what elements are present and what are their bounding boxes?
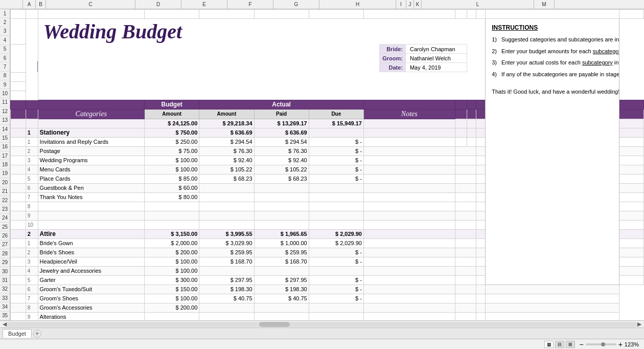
- cell-16ij: [455, 183, 476, 192]
- cell-20h: [363, 220, 455, 229]
- scroll-thumb[interactable]: [259, 322, 290, 327]
- col-header-c: C: [46, 0, 135, 9]
- instructions-title: INSTRUCTIONS: [492, 24, 613, 31]
- attire-due: $ 2,029.90: [309, 229, 363, 238]
- budget-header: Budget: [145, 100, 199, 109]
- cell-18m: [619, 202, 644, 211]
- budget-tab[interactable]: Budget: [3, 329, 32, 338]
- cell-1b: [26, 10, 38, 19]
- cell-2ij: [455, 19, 476, 45]
- cell-7a: [11, 100, 26, 109]
- cell-20a: [11, 220, 26, 229]
- attire-paid: $ 1,965.65: [254, 229, 309, 238]
- cell-19c: [38, 211, 144, 220]
- item-22-num: 1: [26, 238, 38, 248]
- cell-15h: [363, 174, 455, 183]
- horizontal-scrollbar[interactable]: ◀ ▶: [0, 320, 644, 328]
- cell-28m: [486, 294, 619, 303]
- cell-8j: [467, 109, 476, 119]
- item-13-actual: $ 92.40: [199, 156, 254, 165]
- cell-28ij: [455, 294, 476, 303]
- item-22-due: $ 2,029.90: [309, 238, 363, 248]
- cell-2h: [363, 19, 455, 45]
- stationery-paid: $ 636.69: [254, 128, 309, 137]
- item-24-name: Headpiece/Veil: [38, 257, 144, 266]
- cell-25ij: [455, 266, 476, 275]
- item-11-name: Invitations and Reply Cards: [38, 137, 144, 146]
- item-11-budget: $ 250.00: [145, 137, 199, 146]
- cell-8k: [476, 109, 486, 119]
- cell-8m: [619, 109, 644, 119]
- cell-1g: [309, 10, 363, 19]
- attire-label: Attire: [38, 229, 144, 238]
- normal-view-icon[interactable]: ▦: [544, 341, 554, 348]
- row-headers: 1 2 3 4 5 6 7 8 9 10 11 12 13 14 15 16 1…: [0, 9, 10, 320]
- cell-1d: [145, 10, 199, 19]
- zoom-in-button[interactable]: +: [618, 340, 623, 348]
- wedding-cake-icon: [28, 38, 38, 79]
- row-num-12: 12: [0, 107, 10, 116]
- scroll-left-arrow[interactable]: ◀: [3, 321, 7, 328]
- cell-30a: [11, 312, 26, 320]
- cell-11j: [467, 137, 476, 146]
- cell-24a: [11, 257, 26, 266]
- due-header: Due: [309, 109, 363, 119]
- cell-7b: [26, 100, 38, 109]
- scroll-right-arrow[interactable]: ▶: [637, 321, 641, 328]
- cell-7k: [476, 100, 486, 109]
- page-layout-view-icon[interactable]: ⊟: [555, 341, 564, 348]
- cell-9a: [11, 119, 26, 128]
- cell-30m: [486, 312, 619, 320]
- cell-27k: [476, 285, 486, 294]
- item-28-name: Groom's Shoes: [38, 294, 144, 303]
- cell-16k: [476, 183, 486, 192]
- item-16-paid: [254, 183, 309, 192]
- cell-7j: [467, 100, 476, 109]
- item-23-paid: $ 259.95: [254, 248, 309, 257]
- cell-8a: [11, 109, 26, 119]
- col-header-m: M: [534, 0, 555, 9]
- cell-29k: [476, 303, 486, 312]
- actual-header: Actual: [199, 100, 364, 109]
- row-num-31: 31: [0, 276, 10, 285]
- col-header-l: L: [422, 0, 534, 9]
- item-24-budget: $ 100.00: [145, 257, 199, 266]
- item-16-budget: $ 60.00: [145, 183, 199, 192]
- item-29-budget: $ 200.00: [145, 303, 199, 312]
- cell-18ij: [455, 202, 476, 211]
- item-29-paid: [254, 303, 309, 312]
- cell-3c: [38, 44, 199, 72]
- cell-13k: [476, 156, 486, 165]
- cell-30k: [476, 312, 486, 320]
- cell-26m: [619, 275, 644, 285]
- item-17-budget: $ 80.00: [145, 192, 199, 202]
- amount-header-budget: Amount: [145, 109, 199, 119]
- row-num-32: 32: [0, 285, 10, 294]
- cell-3f: Bride: Carolyn Chapman Groom: Nathaniel …: [309, 44, 467, 72]
- item-23-budget: $ 200.00: [145, 248, 199, 257]
- row-num-14: 14: [0, 125, 10, 134]
- cell-10i: [455, 128, 467, 137]
- item-29-num: 8: [26, 303, 38, 312]
- cell-14ij: [455, 165, 476, 174]
- cell-21h: [363, 229, 455, 238]
- item-28-paid: $ 40.75: [254, 294, 309, 303]
- cell-3d: [199, 44, 309, 72]
- cell-25m: [619, 266, 644, 275]
- item-25-due: [309, 266, 363, 275]
- cell-29h: [363, 303, 455, 312]
- cell-3a: [11, 44, 26, 72]
- page-break-view-icon[interactable]: ⊞: [566, 341, 575, 348]
- zoom-track[interactable]: [586, 343, 616, 345]
- cell-19a: [11, 211, 26, 220]
- add-sheet-button[interactable]: +: [33, 330, 41, 338]
- item-14-num: 4: [26, 165, 38, 174]
- item-29-due: [309, 303, 363, 312]
- item-19-num: 9: [26, 211, 38, 220]
- cell-10k: [476, 128, 486, 137]
- zoom-out-button[interactable]: −: [579, 340, 583, 348]
- scroll-track[interactable]: [7, 322, 637, 327]
- item-30-actual: [199, 312, 254, 320]
- zoom-thumb[interactable]: [601, 342, 605, 346]
- row-2: Wedding Budget INSTRUCTIONS 1) Suggested…: [11, 19, 644, 45]
